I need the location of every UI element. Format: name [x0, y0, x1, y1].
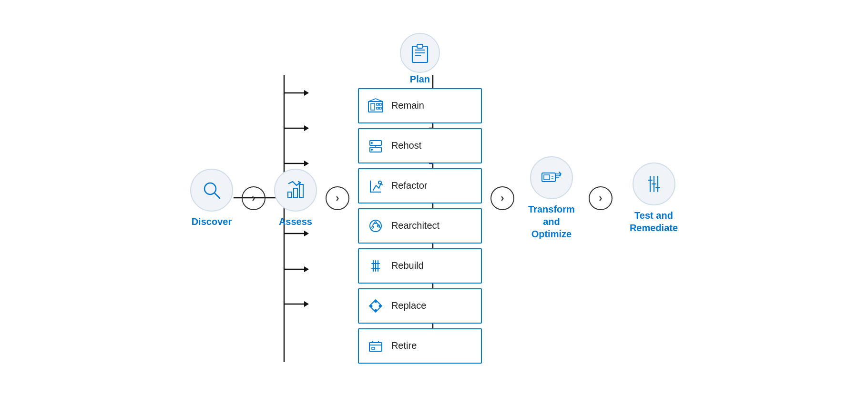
- svg-rect-40: [377, 107, 378, 109]
- transform-icon: [530, 156, 573, 199]
- discover-stage: Discover: [190, 169, 233, 228]
- svg-rect-30: [299, 184, 303, 198]
- plan-icon-wrap: Plan: [400, 33, 440, 85]
- plan-box-refactor: Refactor: [358, 168, 482, 203]
- replace-label: Replace: [391, 300, 426, 311]
- remain-label: Remain: [391, 100, 424, 111]
- transform-stage: Transform and Optimize: [523, 156, 580, 240]
- test-icon: [633, 162, 675, 205]
- plan-box-remain: Remain: [358, 88, 482, 123]
- svg-point-54: [375, 222, 377, 223]
- svg-point-55: [372, 226, 374, 228]
- arrow-plan-transform: ›: [490, 186, 514, 210]
- svg-marker-15: [304, 301, 309, 307]
- plan-box-rehost: Rehost: [358, 128, 482, 163]
- svg-rect-29: [294, 188, 297, 198]
- svg-rect-66: [369, 343, 382, 351]
- svg-line-53: [379, 226, 381, 228]
- arrow-transform-test: ›: [589, 186, 613, 210]
- svg-line-27: [214, 193, 220, 198]
- plan-section: Plan Remain: [358, 33, 482, 364]
- svg-marker-9: [304, 90, 309, 96]
- migration-diagram: Discover › Assess ›: [0, 0, 868, 396]
- svg-point-65: [374, 309, 377, 311]
- svg-point-64: [378, 305, 381, 307]
- assess-stage: Assess: [274, 169, 317, 228]
- assess-label: Assess: [279, 215, 312, 228]
- svg-marker-13: [304, 231, 309, 236]
- svg-rect-41: [379, 107, 381, 109]
- svg-rect-38: [377, 103, 378, 105]
- test-stage: Test and Remediate: [630, 162, 678, 234]
- plan-box-rebuild: Rebuild: [358, 248, 482, 284]
- rearchitect-label: Rearchitect: [391, 220, 439, 231]
- svg-rect-72: [544, 175, 550, 180]
- svg-point-63: [374, 300, 377, 303]
- assess-icon: [274, 169, 317, 212]
- plan-box-retire: Retire: [358, 328, 482, 364]
- svg-line-50: [381, 183, 382, 185]
- plan-box-rearchitect: Rearchitect: [358, 208, 482, 244]
- rebuild-label: Rebuild: [391, 260, 424, 271]
- refactor-label: Refactor: [391, 180, 428, 191]
- svg-rect-31: [412, 46, 428, 62]
- retire-label: Retire: [391, 340, 417, 351]
- svg-point-47: [371, 149, 373, 151]
- svg-rect-28: [288, 192, 292, 198]
- rehost-label: Rehost: [391, 140, 421, 151]
- svg-rect-39: [379, 103, 381, 105]
- arrow-discover-assess: ›: [242, 186, 266, 210]
- svg-marker-14: [304, 266, 309, 272]
- discover-label: Discover: [192, 215, 232, 228]
- plan-icon: [400, 33, 440, 73]
- svg-marker-10: [304, 125, 309, 131]
- svg-point-45: [371, 142, 373, 144]
- discover-icon: [190, 169, 233, 212]
- svg-rect-70: [372, 347, 375, 349]
- svg-marker-11: [304, 161, 309, 166]
- plan-label: Plan: [410, 73, 430, 85]
- svg-rect-37: [371, 103, 375, 110]
- svg-point-62: [370, 305, 372, 307]
- test-label: Test and Remediate: [630, 209, 678, 234]
- plan-box-replace: Replace: [358, 288, 482, 324]
- transform-label: Transform and Optimize: [523, 203, 580, 240]
- arrow-assess-plan: ›: [326, 186, 349, 210]
- plan-boxes: Remain Rehost: [358, 88, 482, 364]
- svg-rect-35: [417, 44, 423, 48]
